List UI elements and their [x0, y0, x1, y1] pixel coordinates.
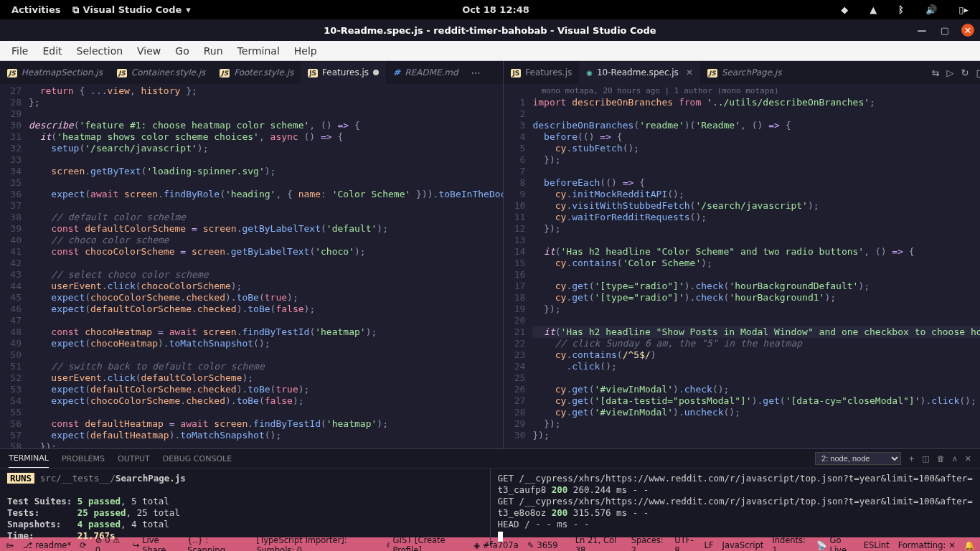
collapse-icon[interactable]: ∧	[952, 454, 958, 463]
panel-tab-output[interactable]: OUTPUT	[118, 450, 150, 468]
status-tsimporter[interactable]: [TypeScript Importer]: Symbols: 0	[256, 535, 377, 551]
terminal-right[interactable]: GET /__cypress/xhrs/https://www.reddit.c…	[490, 468, 981, 546]
status-remote[interactable]: ⌲	[6, 540, 14, 550]
tab-readme[interactable]: README.md	[386, 61, 466, 84]
tab-heatmapsection[interactable]: HeatmapSection.js	[0, 61, 110, 84]
line-gutter: 2728293031323334353637383940414243444546…	[0, 84, 29, 448]
editor-group-right: Features.js 10-Readme.spec.js✕ SearchPag…	[503, 61, 980, 448]
menu-terminal[interactable]: Terminal	[230, 42, 287, 60]
panel-tabs: TERMINAL PROBLEMS OUTPUT DEBUG CONSOLE 2…	[0, 449, 980, 468]
panel-tab-debug[interactable]: DEBUG CONSOLE	[163, 450, 232, 468]
system-tray: ◆ ▲ ᛒ 🔊 ▯▸	[835, 4, 974, 15]
editor-left[interactable]: 2728293031323334353637383940414243444546…	[0, 84, 503, 448]
split-terminal-icon[interactable]: ◫	[922, 454, 929, 463]
status-encoding[interactable]: UTF-8	[674, 535, 695, 551]
split-icon[interactable]: ◫	[976, 67, 980, 78]
code-content[interactable]: mono motapa, 20 hours ago | 1 author (mo…	[532, 84, 980, 448]
panel-tab-problems[interactable]: PROBLEMS	[62, 450, 105, 468]
tab-overflow[interactable]: ⋯	[466, 67, 486, 78]
status-scanning[interactable]: {..} : Scanning...	[187, 535, 248, 551]
volume-icon[interactable]: 🔊	[925, 4, 937, 15]
maximize-button[interactable]: ▢	[938, 24, 951, 37]
wifi-icon[interactable]: ▲	[870, 4, 877, 15]
chevron-down-icon: ▾	[186, 4, 191, 15]
compare-icon[interactable]: ⇆	[932, 67, 940, 78]
js-icon	[707, 67, 717, 77]
status-gist[interactable]: ♯ GIST [Create Profile]	[386, 535, 465, 551]
menu-help[interactable]: Help	[287, 42, 324, 60]
dirty-dot-icon	[373, 70, 379, 75]
markdown-icon	[393, 67, 400, 77]
js-icon	[7, 67, 17, 77]
terminal-left[interactable]: RUNS src/__tests__/SearchPage.js Test Su…	[0, 468, 490, 546]
status-branch[interactable]: ⎇ readme*	[23, 540, 71, 550]
js-icon	[220, 67, 230, 77]
menu-view[interactable]: View	[130, 42, 168, 60]
status-eslint[interactable]: ESLint	[864, 540, 890, 550]
minimize-button[interactable]: —	[915, 24, 928, 37]
panel-tab-terminal[interactable]: TERMINAL	[9, 449, 49, 468]
close-icon[interactable]: ✕	[686, 67, 693, 77]
tab-features-r[interactable]: Features.js	[504, 61, 579, 84]
app-menu[interactable]: ⧉ Visual Studio Code ▾	[72, 4, 191, 16]
tab-containerstyle[interactable]: Container.style.js	[110, 61, 212, 84]
bottom-panel: TERMINAL PROBLEMS OUTPUT DEBUG CONSOLE 2…	[0, 448, 980, 537]
editor-right[interactable]: 1234567891011121314151617181920212223242…	[504, 84, 980, 448]
tab-features[interactable]: Features.js	[301, 61, 386, 84]
status-chars[interactable]: ✎ 3659	[527, 540, 558, 550]
menu-go[interactable]: Go	[168, 42, 196, 60]
js-icon	[308, 67, 318, 77]
tab-readme-spec[interactable]: 10-Readme.spec.js✕	[579, 61, 700, 84]
clock[interactable]: Oct 18 12:48	[462, 4, 529, 15]
status-indents[interactable]: Indents: 1	[772, 535, 808, 551]
status-color[interactable]: ◈ #fa707a	[473, 540, 519, 550]
status-cursor-pos[interactable]: Ln 21, Col 38	[575, 535, 623, 551]
shield-icon[interactable]: ◆	[841, 4, 848, 15]
status-golive[interactable]: 📡 Go Live	[816, 535, 854, 551]
tab-searchpage[interactable]: SearchPage.js	[700, 61, 789, 84]
close-panel-icon[interactable]: ✕	[965, 454, 971, 463]
tab-footerstyle[interactable]: Footer.style.js	[212, 61, 301, 84]
status-bell-icon[interactable]: 🔔	[964, 540, 974, 550]
terminal-select[interactable]: 2: node, node	[815, 452, 901, 465]
js-icon	[511, 67, 521, 77]
code-content[interactable]: return { ...view, history };}; describe(…	[29, 84, 503, 448]
menu-selection[interactable]: Selection	[70, 42, 131, 60]
kill-terminal-icon[interactable]: 🗑	[937, 454, 945, 463]
status-formatting[interactable]: Formatting: ✕	[898, 540, 956, 550]
menu-file[interactable]: File	[4, 42, 35, 60]
editor-group-left: HeatmapSection.js Container.style.js Foo…	[0, 61, 503, 448]
battery-icon[interactable]: ▯▸	[958, 4, 969, 15]
activities-button[interactable]: Activities	[11, 4, 61, 15]
tab-bar-right: Features.js 10-Readme.spec.js✕ SearchPag…	[504, 61, 980, 84]
cypress-icon	[586, 67, 593, 77]
run-icon[interactable]: ▷	[947, 67, 954, 78]
tab-bar-left: HeatmapSection.js Container.style.js Foo…	[0, 61, 503, 84]
menu-edit[interactable]: Edit	[35, 42, 69, 60]
menu-run[interactable]: Run	[197, 42, 230, 60]
window-titlebar: 10-Readme.spec.js - reddit-timer-bahobab…	[0, 19, 980, 41]
status-sync[interactable]: ⟳	[80, 540, 87, 550]
window-title: 10-Readme.spec.js - reddit-timer-bahobab…	[324, 25, 656, 36]
refresh-icon[interactable]: ↻	[961, 67, 969, 78]
js-icon	[117, 67, 127, 77]
vscode-icon: ⧉	[72, 4, 79, 16]
status-eol[interactable]: LF	[705, 540, 714, 550]
close-button[interactable]: ✕	[961, 24, 974, 37]
status-liveshare[interactable]: ↪ Live Share	[133, 535, 179, 551]
status-spaces[interactable]: Spaces: 2	[631, 535, 666, 551]
menu-bar: File Edit Selection View Go Run Terminal…	[0, 41, 980, 61]
line-gutter: 1234567891011121314151617181920212223242…	[504, 84, 532, 448]
status-problems[interactable]: ⊘ 0 ⚠ 0	[95, 535, 124, 551]
status-language[interactable]: JavaScript	[722, 540, 764, 550]
new-terminal-icon[interactable]: +	[908, 454, 915, 463]
bluetooth-icon[interactable]: ᛒ	[898, 4, 904, 15]
system-topbar: Activities ⧉ Visual Studio Code ▾ Oct 18…	[0, 0, 980, 19]
